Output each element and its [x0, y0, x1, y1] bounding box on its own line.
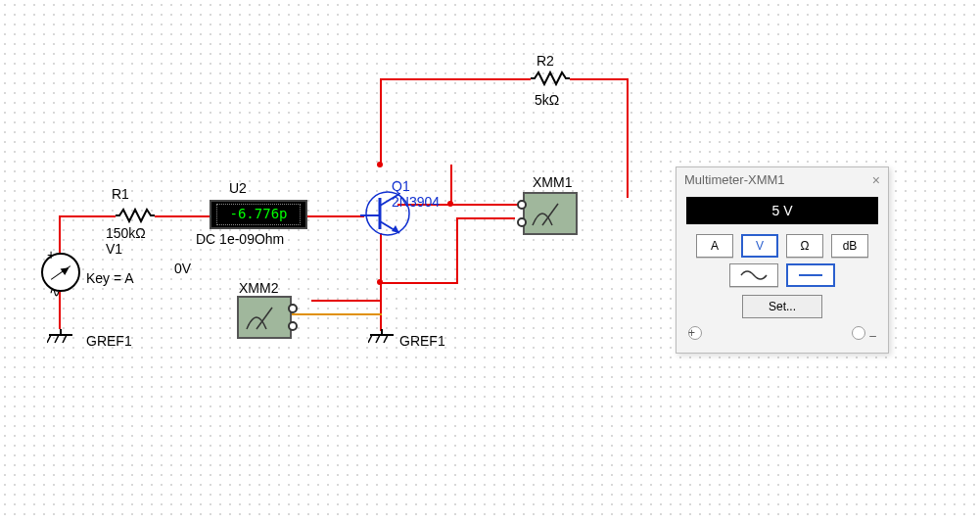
pin-minus-icon — [517, 217, 527, 227]
ground-right[interactable] — [368, 329, 396, 347]
multimeter-instrument-XMM1[interactable] — [523, 192, 578, 235]
close-icon[interactable]: × — [872, 167, 880, 193]
wire — [380, 233, 382, 321]
transistor-Q1[interactable] — [360, 182, 415, 245]
wire — [305, 215, 364, 217]
wire — [380, 78, 531, 80]
multimeter-display: 5 V — [686, 197, 878, 224]
ref-R2: R2 — [537, 53, 554, 69]
window-title: Multimeter-XMM1 — [684, 167, 785, 193]
ground-left[interactable] — [47, 329, 74, 347]
wire — [155, 215, 210, 217]
wire — [570, 78, 629, 80]
multimeter-instrument-XMM2[interactable] — [237, 296, 292, 339]
ammeter-U2[interactable]: -6.776p — [210, 200, 307, 229]
schematic-canvas[interactable]: R1 150kΩ R2 5kΩ V1 + ∿ Key = A 0V U2 -6.… — [0, 0, 980, 523]
ref-U2: U2 — [229, 180, 247, 196]
gref-left-label: GREF1 — [86, 333, 132, 349]
resistor-R2[interactable] — [531, 71, 570, 86]
gref-right-label: GREF1 — [399, 333, 445, 349]
wire — [450, 204, 509, 206]
svg-line-15 — [368, 335, 372, 343]
junction — [447, 201, 453, 207]
mode-dB-button[interactable]: dB — [831, 234, 868, 258]
wire — [380, 282, 458, 284]
value-R2: 5kΩ — [535, 92, 559, 108]
wire — [59, 215, 116, 217]
wire — [380, 78, 382, 165]
minus-terminal-icon — [852, 326, 865, 340]
terminal-minus: – — [852, 326, 876, 343]
wire — [627, 78, 629, 198]
wire — [311, 300, 382, 302]
value-R1: 150kΩ — [106, 225, 146, 241]
resistor-R1[interactable] — [116, 208, 155, 223]
wire — [450, 165, 452, 206]
wire — [456, 217, 458, 284]
ref-XMM2: XMM2 — [239, 280, 278, 296]
multimeter-window[interactable]: Multimeter-XMM1 × 5 V A V Ω dB Set... + … — [676, 166, 889, 354]
mode-U2: DC 1e-09Ohm — [196, 231, 284, 247]
junction — [377, 279, 383, 285]
key-V1: Key = A — [86, 270, 134, 286]
mode-A-button[interactable]: A — [696, 234, 733, 258]
wire — [456, 217, 515, 219]
pin-plus-icon — [517, 200, 527, 210]
ref-XMM1: XMM1 — [533, 174, 572, 190]
pin-minus-icon — [288, 321, 298, 331]
svg-line-3 — [380, 194, 399, 206]
terminal-plus: + — [688, 326, 702, 343]
mode-V-button[interactable]: V — [741, 234, 778, 258]
set-button[interactable]: Set... — [742, 295, 822, 318]
plus-icon: + — [47, 247, 55, 262]
pin-plus-icon — [288, 304, 298, 313]
svg-point-0 — [366, 192, 409, 235]
window-titlebar[interactable]: Multimeter-XMM1 × — [677, 167, 888, 193]
svg-line-16 — [376, 335, 380, 343]
wave-dc-button[interactable] — [786, 263, 835, 287]
svg-line-12 — [63, 335, 67, 343]
ammeter-reading: -6.776p — [217, 205, 300, 224]
svg-line-11 — [55, 335, 59, 343]
wire — [292, 313, 382, 315]
sine-icon: ∿ — [49, 284, 61, 300]
ref-V1: V1 — [106, 241, 122, 257]
svg-line-10 — [47, 335, 51, 343]
mode-Ohm-button[interactable]: Ω — [786, 234, 823, 258]
ref-R1: R1 — [112, 186, 129, 202]
junction — [377, 162, 383, 167]
wave-ac-button[interactable] — [729, 263, 778, 287]
wire — [59, 215, 61, 253]
svg-line-17 — [384, 335, 388, 343]
volt-V1: 0V — [174, 261, 191, 276]
